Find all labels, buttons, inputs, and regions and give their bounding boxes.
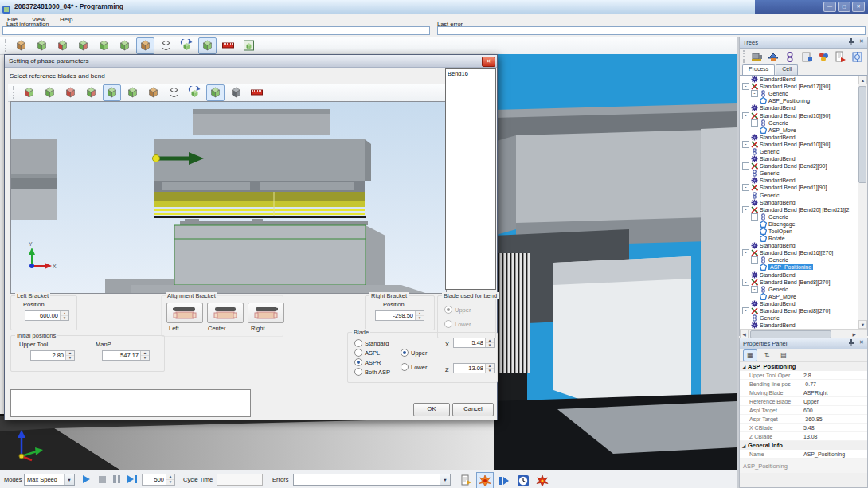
- close-panel-icon[interactable]: ✕: [858, 339, 866, 347]
- tree-row[interactable]: -Standard Bend [Bend8][270]: [740, 307, 867, 314]
- property-value[interactable]: Upper: [803, 399, 819, 404]
- spinner-arrows-icon[interactable]: ▲▼: [485, 338, 494, 347]
- tree-row[interactable]: -Standard Bend [Bend10][90]: [740, 111, 867, 119]
- property-value[interactable]: 600: [803, 408, 813, 413]
- tree-collapse-icon[interactable]: -: [742, 184, 749, 191]
- property-row[interactable]: NameASP_Positioning: [740, 450, 867, 459]
- blade-view-back-icon[interactable]: [82, 84, 100, 101]
- tree-row[interactable]: -Standard Bend [Bend20] [Bend21][2: [740, 206, 867, 213]
- blade-aspr-radio[interactable]: ASPR: [354, 358, 381, 366]
- tree-row[interactable]: ASP_Positioning: [740, 264, 867, 271]
- blade-shaded-icon[interactable]: [206, 84, 225, 101]
- tree-collapse-icon[interactable]: -: [742, 249, 749, 256]
- blade-view-iso-icon[interactable]: [20, 84, 38, 101]
- view-iso-icon[interactable]: [12, 37, 30, 54]
- bend-listbox[interactable]: Bend16: [445, 68, 496, 290]
- blade-view-top-icon[interactable]: [41, 84, 59, 101]
- tree-row[interactable]: StandardBend: [740, 242, 867, 249]
- property-value[interactable]: ASPRight: [803, 390, 827, 396]
- tree-collapse-icon[interactable]: -: [751, 213, 758, 221]
- tree-row[interactable]: StandardBend: [740, 177, 867, 184]
- tree-collapse-icon[interactable]: -: [742, 141, 749, 148]
- spinner-arrows-icon[interactable]: ▲▼: [166, 474, 174, 485]
- blade-aspl-radio[interactable]: ASPL: [354, 349, 380, 357]
- errors-select[interactable]: ▼: [293, 474, 451, 486]
- spinner-arrows-icon[interactable]: ▲▼: [140, 351, 149, 360]
- tree-collapse-icon[interactable]: -: [751, 90, 758, 97]
- dialog-titlebar[interactable]: Setting of phase parameters: [5, 55, 497, 68]
- tree-row[interactable]: -Standard Bend [Bend10][90]: [740, 141, 867, 148]
- tab-cell[interactable]: Cell: [776, 64, 798, 75]
- tree-row[interactable]: ASP_Move: [740, 127, 867, 134]
- minimize-button[interactable]: —: [823, 2, 836, 12]
- menu-help[interactable]: Help: [53, 16, 80, 23]
- target-icon[interactable]: [850, 49, 865, 64]
- collision-check-icon[interactable]: [476, 472, 494, 488]
- shaded-view-icon[interactable]: [198, 37, 217, 54]
- tree-row[interactable]: -Generic: [740, 286, 867, 293]
- property-group-header[interactable]: ◢General Info: [740, 441, 867, 450]
- spinner-arrows-icon[interactable]: ▲▼: [60, 311, 68, 320]
- view-right-icon[interactable]: [115, 37, 134, 54]
- align-center-button[interactable]: [207, 303, 244, 323]
- tree-row[interactable]: -Standard Bend [Bend2][90]: [740, 162, 867, 170]
- window-titlebar[interactable]: 208372481000_04* - Programming — ▢ ✕: [0, 0, 868, 14]
- close-button[interactable]: ✕: [852, 2, 865, 12]
- property-row[interactable]: Reference BladeUpper: [740, 397, 867, 406]
- tree-collapse-icon[interactable]: -: [742, 162, 749, 170]
- step-forward-icon[interactable]: [127, 475, 137, 483]
- tab-process[interactable]: Process: [742, 64, 775, 75]
- property-value[interactable]: 13.08: [803, 434, 818, 439]
- property-row[interactable]: Upper Tool Oper2.8: [740, 371, 867, 380]
- tree-row[interactable]: ASP_Move: [740, 293, 867, 300]
- property-value[interactable]: -360.85: [803, 416, 823, 422]
- tree-row[interactable]: StandardBend: [740, 134, 867, 141]
- sequence-icon[interactable]: [784, 49, 798, 64]
- blade-lower-radio[interactable]: Lower: [401, 363, 427, 371]
- report-icon[interactable]: [457, 472, 475, 488]
- tree-row[interactable]: -Standard Bend [Bend8][270]: [740, 279, 867, 286]
- pause-icon[interactable]: [113, 475, 120, 483]
- tree-row[interactable]: Rotate: [740, 235, 867, 242]
- last-information-field[interactable]: [2, 26, 430, 35]
- blade-view-3d-icon[interactable]: [144, 84, 162, 101]
- tree-collapse-icon[interactable]: -: [751, 286, 758, 293]
- wireframe-view-icon[interactable]: [157, 37, 175, 54]
- tree-row[interactable]: ToolOpen: [740, 228, 867, 235]
- blade-view-left-icon[interactable]: [103, 84, 121, 101]
- property-value[interactable]: 5.48: [803, 425, 815, 431]
- property-value[interactable]: -0.77: [803, 381, 816, 387]
- tree-row[interactable]: Generic: [740, 192, 867, 199]
- maximize-button[interactable]: ▢: [838, 2, 850, 12]
- last-error-field[interactable]: [437, 26, 866, 35]
- cell-setup-icon[interactable]: [800, 49, 815, 64]
- blade-both-asp-radio[interactable]: Both ASP: [354, 368, 390, 376]
- blade-view-front-icon[interactable]: [61, 84, 80, 101]
- tree-collapse-icon[interactable]: -: [751, 119, 758, 127]
- tooling-icon[interactable]: [817, 49, 831, 64]
- property-group-header[interactable]: ◢ASP_Positioning: [740, 362, 867, 371]
- pin-icon[interactable]: [847, 339, 855, 347]
- tree-row[interactable]: StandardBend: [740, 271, 867, 279]
- tree-row[interactable]: Generic: [740, 148, 867, 155]
- tree-collapse-icon[interactable]: -: [742, 112, 749, 119]
- blade-view-right-icon[interactable]: [123, 84, 142, 101]
- property-pages-icon[interactable]: ▤: [776, 349, 791, 361]
- tree-collapse-icon[interactable]: -: [751, 256, 758, 264]
- step-mode-icon[interactable]: [495, 472, 513, 488]
- refresh-view-icon[interactable]: [178, 37, 196, 54]
- tree-row[interactable]: StandardBend: [740, 76, 867, 83]
- sort-alpha-icon[interactable]: ⇅: [760, 349, 774, 361]
- blade-3d-viewport[interactable]: Y X: [10, 101, 447, 294]
- view-back-icon[interactable]: [74, 37, 92, 54]
- blade-refresh-icon[interactable]: [186, 84, 204, 101]
- tree-row[interactable]: -Generic: [740, 119, 867, 127]
- ok-button[interactable]: OK: [413, 403, 450, 416]
- property-row[interactable]: Z CBlade13.08: [740, 432, 867, 441]
- close-panel-icon[interactable]: ✕: [858, 38, 866, 46]
- blade-dark-view-icon[interactable]: [227, 84, 245, 101]
- collision-alert-icon[interactable]: [534, 472, 551, 488]
- property-row[interactable]: Aspl Target600: [740, 406, 867, 415]
- blade-measure-icon[interactable]: [248, 84, 266, 101]
- tree-row[interactable]: StandardBend: [740, 300, 867, 307]
